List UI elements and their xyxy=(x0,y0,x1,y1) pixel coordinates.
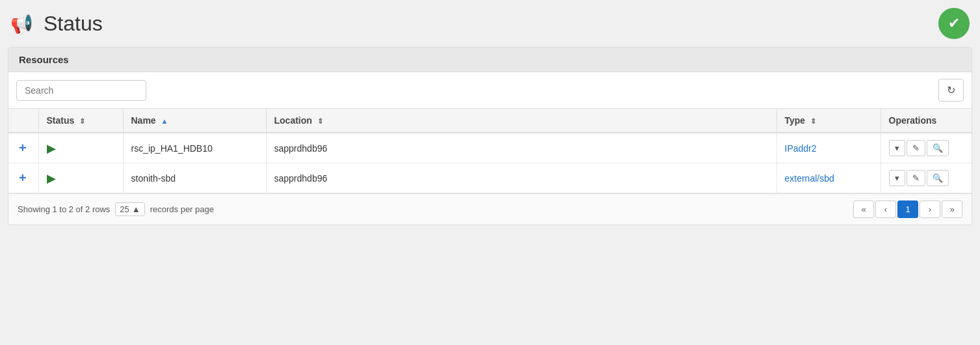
page-title: Status xyxy=(44,12,103,36)
sort-icon-type: ⇕ xyxy=(810,117,816,126)
per-page-arrow-icon: ▲ xyxy=(132,204,140,214)
showing-text: Showing 1 to 2 of 2 rows xyxy=(18,204,110,214)
type-link[interactable]: IPaddr2 xyxy=(785,143,817,154)
type-link[interactable]: external/sbd xyxy=(785,173,834,184)
add-row-button[interactable]: + xyxy=(16,141,29,156)
table-footer: Showing 1 to 2 of 2 rows 25 ▲ records pe… xyxy=(8,193,972,225)
table-toolbar: ↻ xyxy=(8,72,972,109)
ops-edit-button[interactable]: ✎ xyxy=(907,140,925,156)
card-section-title: Resources xyxy=(8,48,972,72)
resources-card: Resources ↻ Status ⇕ Name ▲ Location xyxy=(8,47,972,225)
sort-icon-name: ▲ xyxy=(161,117,168,125)
sort-icon-location: ⇕ xyxy=(317,117,323,126)
refresh-button[interactable]: ↻ xyxy=(938,79,964,102)
ops-group: ▾ ✎ 🔍 xyxy=(889,170,964,186)
row-ops-cell: ▾ ✎ 🔍 xyxy=(881,163,972,193)
row-ops-cell: ▾ ✎ 🔍 xyxy=(881,133,972,163)
col-header-name[interactable]: Name ▲ xyxy=(123,109,266,133)
checkmark-icon: ✔ xyxy=(948,15,960,32)
row-location-cell: sapprdhdb96 xyxy=(266,163,776,193)
pagination-first-button[interactable]: « xyxy=(853,200,874,218)
sort-icon-status: ⇕ xyxy=(79,117,85,126)
row-add-cell: + xyxy=(8,163,38,193)
pagination-last-button[interactable]: » xyxy=(942,200,962,218)
status-ok-badge: ✔ xyxy=(938,8,970,39)
col-header-operations: Operations xyxy=(881,109,972,133)
refresh-icon: ↻ xyxy=(947,85,955,96)
add-row-button[interactable]: + xyxy=(16,171,29,186)
records-text: records per page xyxy=(150,204,214,214)
ops-group: ▾ ✎ 🔍 xyxy=(889,140,964,156)
ops-edit-button[interactable]: ✎ xyxy=(907,170,925,186)
per-page-selector[interactable]: 25 ▲ xyxy=(115,202,144,216)
resources-table: Status ⇕ Name ▲ Location ⇕ Type ⇕ Operat… xyxy=(8,109,972,193)
col-header-check xyxy=(8,109,38,133)
table-row: + ▶ stonith-sbd sapprdhdb96 external/sbd… xyxy=(8,163,972,193)
row-location-cell: sapprdhdb96 xyxy=(266,133,776,163)
col-header-status[interactable]: Status ⇕ xyxy=(38,109,123,133)
megaphone-icon: 📢 xyxy=(10,13,33,34)
pagination-current-button[interactable]: 1 xyxy=(897,200,918,218)
row-status-cell: ▶ xyxy=(38,133,123,163)
header-left: 📢 Status xyxy=(10,12,103,36)
col-header-location[interactable]: Location ⇕ xyxy=(266,109,776,133)
row-add-cell: + xyxy=(8,133,38,163)
ops-search-button[interactable]: 🔍 xyxy=(927,140,949,156)
row-name-cell: rsc_ip_HA1_HDB10 xyxy=(123,133,266,163)
row-name-cell: stonith-sbd xyxy=(123,163,266,193)
pagination-prev-button[interactable]: ‹ xyxy=(875,200,896,218)
pagination-next-button[interactable]: › xyxy=(920,200,940,218)
col-header-type[interactable]: Type ⇕ xyxy=(776,109,881,133)
page-header: 📢 Status ✔ xyxy=(8,8,972,39)
row-status-cell: ▶ xyxy=(38,163,123,193)
table-row: + ▶ rsc_ip_HA1_HDB10 sapprdhdb96 IPaddr2… xyxy=(8,133,972,163)
footer-left: Showing 1 to 2 of 2 rows 25 ▲ records pe… xyxy=(18,202,214,216)
play-icon: ▶ xyxy=(47,172,56,185)
row-type-cell: IPaddr2 xyxy=(776,133,881,163)
table-header-row: Status ⇕ Name ▲ Location ⇕ Type ⇕ Operat… xyxy=(8,109,972,133)
play-icon: ▶ xyxy=(47,142,56,155)
ops-search-button[interactable]: 🔍 xyxy=(927,170,949,186)
ops-dropdown-button[interactable]: ▾ xyxy=(889,140,905,156)
row-type-cell: external/sbd xyxy=(776,163,881,193)
search-input[interactable] xyxy=(16,80,146,101)
ops-dropdown-button[interactable]: ▾ xyxy=(889,170,905,186)
pagination: « ‹ 1 › » xyxy=(853,200,962,218)
